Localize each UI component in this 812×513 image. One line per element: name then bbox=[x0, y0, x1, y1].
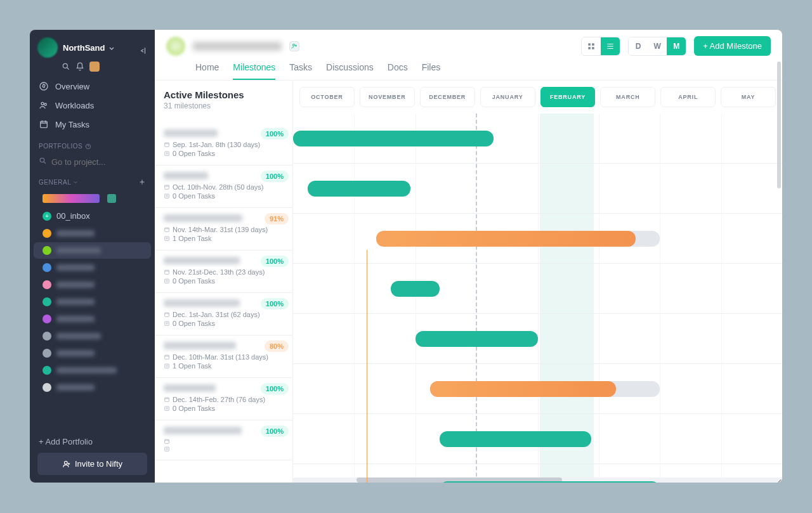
milestone-bar[interactable] bbox=[430, 381, 616, 397]
project-search[interactable] bbox=[30, 152, 155, 174]
month-pill-december[interactable]: DECEMBER bbox=[420, 87, 475, 107]
resize-handle[interactable] bbox=[775, 475, 781, 481]
tab-docs[interactable]: Docs bbox=[388, 62, 408, 80]
milestone-row[interactable]: 100% Dec. 1st-Jan. 31st (62 days) 0 Open… bbox=[155, 293, 292, 335]
milestone-row[interactable]: 100% Sep. 1st-Jan. 8th (130 days) 0 Open… bbox=[155, 123, 292, 166]
gantt-row[interactable] bbox=[293, 164, 782, 214]
plus-icon[interactable] bbox=[138, 178, 146, 186]
project-item[interactable] bbox=[34, 328, 151, 344]
milestone-dates: Dec. 10th-Mar. 31st (113 days) bbox=[164, 353, 284, 361]
tab-home[interactable]: Home bbox=[195, 62, 219, 80]
tasks-icon bbox=[164, 193, 170, 199]
vertical-scrollbar[interactable] bbox=[777, 62, 781, 188]
milestone-dates: Sep. 1st-Jan. 8th (130 days) bbox=[164, 141, 284, 148]
milestone-bar[interactable] bbox=[293, 131, 494, 146]
project-search-input[interactable] bbox=[39, 155, 146, 169]
nav-label: Overview bbox=[55, 82, 89, 91]
milestone-bar[interactable] bbox=[416, 331, 538, 347]
month-pill-march[interactable]: MARCH bbox=[600, 87, 655, 107]
tab-discussions[interactable]: Discussions bbox=[326, 62, 374, 80]
month-pill-may[interactable]: MAY bbox=[721, 87, 776, 107]
calendar-icon bbox=[164, 396, 170, 403]
month-header: OCTOBERNOVEMBERDECEMBERJANUARYFEBRUARYMA… bbox=[293, 81, 782, 114]
milestone-dates: Dec. 1st-Jan. 31st (62 days) bbox=[164, 311, 284, 318]
invite-label: Invite to Nifty bbox=[75, 459, 122, 469]
milestone-row[interactable]: 100% Dec. 14th-Feb. 27th (76 days) 0 Ope… bbox=[155, 378, 292, 420]
project-item[interactable] bbox=[34, 276, 151, 293]
milestone-tasks: 0 Open Tasks bbox=[164, 150, 284, 157]
month-pill-november[interactable]: NOVEMBER bbox=[360, 87, 415, 107]
tab-tasks[interactable]: Tasks bbox=[289, 62, 312, 80]
tab-milestones[interactable]: Milestones bbox=[233, 62, 275, 80]
svg-rect-23 bbox=[165, 355, 169, 359]
invite-button[interactable]: Invite to Nifty bbox=[37, 453, 147, 475]
gantt-chart[interactable]: OCTOBERNOVEMBERDECEMBERJANUARYFEBRUARYMA… bbox=[293, 81, 782, 483]
grid-view-button[interactable] bbox=[582, 37, 601, 55]
milestone-row[interactable]: 100% Oct. 10th-Nov. 28th (50 days) 0 Ope… bbox=[155, 166, 292, 208]
svg-rect-16 bbox=[165, 194, 169, 198]
milestone-bar[interactable] bbox=[376, 231, 636, 247]
svg-rect-4 bbox=[41, 121, 48, 127]
nav-label: My Tasks bbox=[55, 120, 89, 129]
project-dot bbox=[43, 366, 51, 375]
milestone-list-panel: Active Milestones 31 milestones 100% Sep… bbox=[155, 81, 293, 483]
milestone-bar[interactable] bbox=[440, 431, 591, 447]
nav-my-tasks[interactable]: My Tasks bbox=[30, 115, 155, 134]
nav-workloads[interactable]: Workloads bbox=[30, 96, 155, 115]
project-item[interactable] bbox=[34, 294, 151, 310]
collapse-sidebar-button[interactable] bbox=[138, 46, 147, 58]
project-item-inbox[interactable]: 00_inbox bbox=[34, 207, 151, 224]
month-pill-february[interactable]: FEBRUARY bbox=[540, 87, 596, 107]
project-item[interactable] bbox=[34, 379, 151, 396]
svg-rect-17 bbox=[165, 228, 169, 231]
project-item[interactable] bbox=[34, 190, 151, 207]
tab-files[interactable]: Files bbox=[422, 62, 441, 80]
nav-overview[interactable]: Overview bbox=[30, 77, 155, 96]
svg-rect-9 bbox=[588, 43, 591, 46]
svg-rect-22 bbox=[165, 321, 169, 325]
list-view-button[interactable] bbox=[601, 37, 620, 55]
milestone-row[interactable]: 100% bbox=[155, 420, 292, 460]
topbar: D W M + Add Milestone bbox=[155, 30, 782, 56]
sidebar: NorthSand Overview Workloads My Tasks PO… bbox=[30, 30, 155, 483]
zoom-month[interactable]: M bbox=[667, 37, 686, 55]
project-item[interactable] bbox=[34, 345, 151, 361]
general-section-header[interactable]: GENERAL bbox=[30, 174, 155, 190]
add-portfolio-button[interactable]: + Add Portfolio bbox=[30, 431, 155, 453]
share-button[interactable] bbox=[289, 41, 299, 51]
progress-badge: 100% bbox=[261, 256, 289, 267]
zoom-week[interactable]: W bbox=[648, 37, 667, 55]
gantt-row[interactable] bbox=[293, 114, 782, 164]
project-item[interactable] bbox=[34, 311, 151, 327]
milestone-dates: Nov. 21st-Dec. 13th (23 days) bbox=[164, 268, 284, 276]
milestone-row[interactable]: 91% Nov. 14th-Mar. 31st (139 days) 1 Ope… bbox=[155, 208, 292, 250]
project-item[interactable] bbox=[34, 259, 151, 276]
milestone-row[interactable]: 100% Nov. 21st-Dec. 13th (23 days) 0 Ope… bbox=[155, 250, 292, 293]
milestone-bar[interactable] bbox=[391, 281, 440, 297]
month-pill-october[interactable]: OCTOBER bbox=[299, 87, 355, 107]
bell-icon[interactable] bbox=[75, 62, 84, 71]
workspace-switcher[interactable]: NorthSand bbox=[30, 30, 155, 62]
progress-badge: 100% bbox=[261, 425, 289, 437]
milestone-tasks: 0 Open Tasks bbox=[164, 192, 284, 200]
month-pill-january[interactable]: JANUARY bbox=[480, 87, 535, 107]
project-item[interactable] bbox=[34, 362, 151, 379]
milestone-bar[interactable] bbox=[308, 181, 410, 197]
search-icon[interactable] bbox=[62, 62, 70, 71]
user-avatar-small[interactable] bbox=[89, 62, 100, 72]
month-pill-april[interactable]: APRIL bbox=[660, 87, 716, 107]
milestone-dates: Nov. 14th-Mar. 31st (139 days) bbox=[164, 226, 284, 233]
milestone-tasks: 0 Open Tasks bbox=[164, 277, 284, 285]
milestone-row[interactable]: 80% Dec. 10th-Mar. 31st (113 days) 1 Ope… bbox=[155, 335, 292, 378]
zoom-day[interactable]: D bbox=[629, 37, 648, 55]
project-dot bbox=[43, 263, 51, 272]
svg-rect-20 bbox=[165, 279, 169, 283]
milestone-list-header: Active Milestones 31 milestones bbox=[155, 81, 292, 123]
add-milestone-button[interactable]: + Add Milestone bbox=[694, 36, 771, 56]
project-item-selected[interactable] bbox=[34, 242, 151, 259]
milestone-title-redacted bbox=[164, 342, 236, 349]
project-item[interactable] bbox=[34, 225, 151, 242]
milestone-title-redacted bbox=[164, 427, 242, 434]
help-icon[interactable] bbox=[85, 143, 91, 150]
milestone-bar[interactable] bbox=[440, 481, 660, 483]
